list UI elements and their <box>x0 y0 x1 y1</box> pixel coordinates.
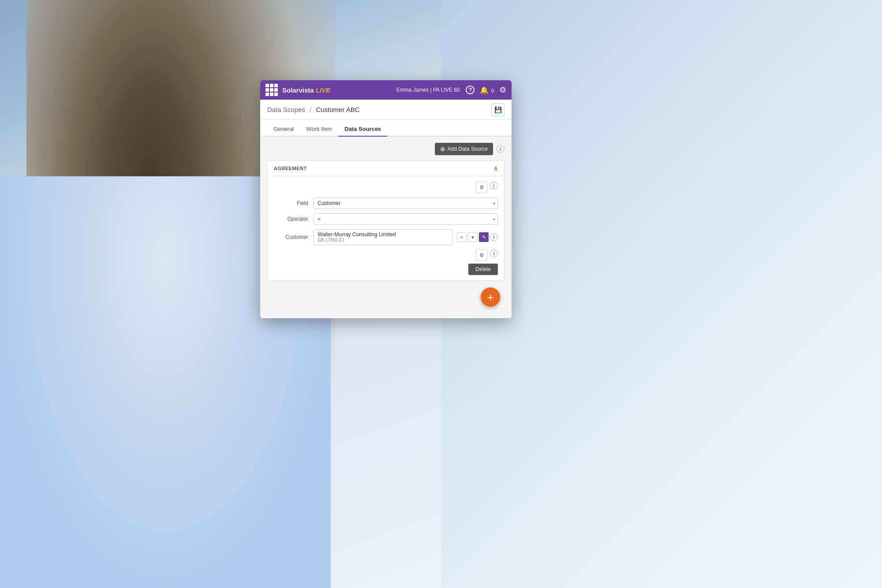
notifications-button[interactable]: 🔔 0 <box>480 86 494 94</box>
add-datasource-button[interactable]: ⊕ Add Data Source <box>435 143 493 155</box>
fab-plus-icon: + <box>487 291 493 303</box>
section-settings-icon[interactable]: ⚙ <box>476 182 487 193</box>
customer-dropdown-button[interactable]: ▾ <box>468 232 478 242</box>
grid-icon[interactable] <box>265 84 278 96</box>
tab-work-item[interactable]: Work Item <box>300 122 338 137</box>
operator-label: Operator <box>274 216 314 222</box>
toolbar-info-icon[interactable]: ℹ <box>497 145 505 153</box>
breadcrumb-bar: Data Scopes / Customer ABC 💾 <box>260 100 512 120</box>
tab-data-sources[interactable]: Data Sources <box>338 122 387 137</box>
breadcrumb-page: Customer ABC <box>316 106 359 113</box>
app-header: Solarvista LIVE Emma James | PA LIVE 60 … <box>260 80 512 100</box>
operator-row: Operator = <box>274 213 498 225</box>
section-bottom-actions: ⚙ ℹ <box>274 249 498 261</box>
customer-info-icon[interactable]: ℹ <box>490 233 498 241</box>
help-button[interactable]: ? <box>466 86 475 94</box>
section-top-actions: ⚙ ℹ <box>274 182 498 193</box>
field-select[interactable]: Customer <box>314 197 498 209</box>
customer-actions: × ▾ ✎ ℹ <box>457 232 498 242</box>
collapse-icon[interactable]: ∧ <box>493 165 498 172</box>
customer-edit-button[interactable]: ✎ <box>479 232 489 242</box>
save-button[interactable]: 💾 <box>491 103 505 116</box>
section-body-agreement: ⚙ ℹ Field Customer Operator <box>268 176 504 280</box>
user-label: Emma James | PA LIVE 60 <box>396 87 460 93</box>
chevron-down-icon: ▾ <box>471 234 474 240</box>
floppy-icon: 💾 <box>494 106 502 113</box>
breadcrumb-section: Data Scopes <box>267 106 305 113</box>
tab-general[interactable]: General <box>267 122 300 137</box>
field-row: Field Customer <box>274 197 498 209</box>
toolbar-row: ⊕ Add Data Source ℹ <box>267 143 505 155</box>
header-icons: ? 🔔 0 ⚙ <box>466 85 506 95</box>
customer-field-container: Walter-Murray Consulting Limited GB-1765… <box>314 229 498 245</box>
breadcrumb: Data Scopes / Customer ABC <box>267 106 491 113</box>
customer-name: Walter-Murray Consulting Limited <box>318 231 448 238</box>
customer-field: Walter-Murray Consulting Limited GB-1765… <box>314 229 452 245</box>
brand-label: Solarvista LIVE <box>282 86 396 94</box>
tabs-bar: General Work Item Data Sources <box>260 120 512 137</box>
field-label: Field <box>274 200 314 206</box>
customer-label: Customer <box>274 234 314 240</box>
pencil-icon: ✎ <box>482 234 486 240</box>
customer-row: Customer Walter-Murray Consulting Limite… <box>274 229 498 245</box>
section-title-agreement: AGREEMENT <box>274 166 307 171</box>
breadcrumb-separator: / <box>310 106 311 113</box>
customer-clear-button[interactable]: × <box>457 232 467 242</box>
section-settings-icon-bottom[interactable]: ⚙ <box>476 249 487 261</box>
delete-row: Delete <box>274 264 498 275</box>
main-content: ⊕ Add Data Source ℹ AGREEMENT ∧ ⚙ ℹ Fiel… <box>260 137 512 318</box>
app-window: Solarvista LIVE Emma James | PA LIVE 60 … <box>260 80 512 318</box>
section-header-agreement: AGREEMENT ∧ <box>268 161 504 176</box>
add-icon: ⊕ <box>440 145 445 153</box>
operator-control: = <box>314 213 498 225</box>
x-icon: × <box>460 234 463 240</box>
delete-button[interactable]: Delete <box>468 264 498 275</box>
operator-select[interactable]: = <box>314 213 498 225</box>
agreement-section: AGREEMENT ∧ ⚙ ℹ Field Customer <box>267 160 505 281</box>
customer-code: GB-17656-E1 <box>318 238 448 242</box>
section-info-icon-bottom[interactable]: ℹ <box>490 249 498 257</box>
settings-button[interactable]: ⚙ <box>499 85 506 95</box>
section-info-icon-top[interactable]: ℹ <box>490 182 498 190</box>
fab-add-button[interactable]: + <box>481 287 500 307</box>
field-control: Customer <box>314 197 498 209</box>
